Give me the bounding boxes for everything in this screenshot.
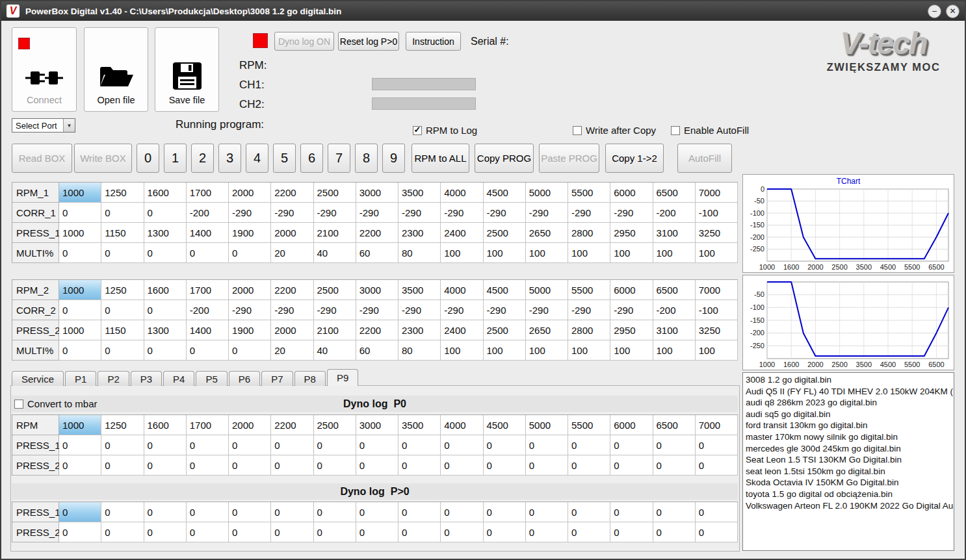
grid-cell[interactable]: 3500 bbox=[398, 280, 441, 300]
grid-cell[interactable]: -290 bbox=[314, 203, 356, 223]
grid-cell[interactable]: 40 bbox=[314, 243, 356, 263]
grid-cell[interactable]: 2200 bbox=[271, 280, 313, 300]
grid-cell[interactable]: 0 bbox=[144, 435, 187, 455]
grid-cell[interactable]: 0 bbox=[314, 455, 356, 476]
grid-cell[interactable]: 0 bbox=[653, 522, 696, 542]
grid-cell[interactable]: 1700 bbox=[187, 415, 229, 435]
grid-cell[interactable]: 2200 bbox=[271, 183, 313, 203]
minimize-button[interactable]: – bbox=[928, 5, 941, 18]
grid-cell[interactable]: 2300 bbox=[398, 320, 441, 340]
grid-cell[interactable]: 2950 bbox=[610, 320, 653, 340]
rpm-to-all-button[interactable]: RPM to ALL bbox=[411, 144, 469, 173]
grid-cell[interactable]: 0 bbox=[229, 340, 271, 361]
grid-cell[interactable]: -290 bbox=[356, 203, 398, 223]
grid-cell[interactable]: 4000 bbox=[441, 280, 483, 300]
grid-cell[interactable]: 0 bbox=[229, 502, 271, 522]
grid-cell[interactable]: 0 bbox=[653, 502, 696, 522]
grid-cell[interactable]: 6000 bbox=[610, 280, 653, 300]
grid-cell[interactable]: 0 bbox=[229, 522, 271, 542]
grid-cell[interactable]: 7000 bbox=[696, 183, 738, 203]
grid-cell[interactable]: 100 bbox=[526, 340, 568, 361]
grid-cell[interactable]: 6500 bbox=[653, 183, 696, 203]
grid-cell[interactable]: 2500 bbox=[314, 280, 356, 300]
grid-cell[interactable]: 100 bbox=[653, 340, 696, 361]
grid-cell[interactable]: 5000 bbox=[526, 183, 568, 203]
enable-autofill-checkbox[interactable]: ✓ Enable AutoFill bbox=[671, 125, 749, 136]
grid-cell[interactable]: 3000 bbox=[356, 280, 398, 300]
digit-button-2[interactable]: 2 bbox=[191, 144, 214, 173]
grid-cell[interactable]: 1300 bbox=[144, 223, 187, 243]
grid-cell[interactable]: 2200 bbox=[356, 320, 398, 340]
grid-cell[interactable]: -290 bbox=[610, 300, 653, 320]
grid-cell[interactable]: 0 bbox=[314, 522, 356, 542]
digit-button-1[interactable]: 1 bbox=[164, 144, 187, 173]
grid-cell[interactable]: -200 bbox=[187, 203, 229, 223]
grid-cell[interactable]: 100 bbox=[610, 243, 653, 263]
grid-cell[interactable]: 0 bbox=[101, 435, 144, 455]
grid-cell[interactable]: 2100 bbox=[314, 320, 356, 340]
grid-cell[interactable]: 0 bbox=[187, 243, 229, 263]
grid-cell[interactable]: 100 bbox=[696, 243, 738, 263]
grid-cell[interactable]: 0 bbox=[526, 435, 568, 455]
grid-cell[interactable]: 2200 bbox=[356, 223, 398, 243]
grid-cell[interactable]: 6000 bbox=[610, 183, 653, 203]
grid-cell[interactable]: 6500 bbox=[653, 280, 696, 300]
digit-button-8[interactable]: 8 bbox=[355, 144, 378, 173]
grid-cell[interactable]: 1900 bbox=[229, 223, 271, 243]
grid-cell[interactable]: 0 bbox=[526, 522, 568, 542]
close-button[interactable]: ✕ bbox=[946, 5, 959, 18]
digit-button-3[interactable]: 3 bbox=[218, 144, 241, 173]
grid-cell[interactable]: 2950 bbox=[610, 223, 653, 243]
grid-cell[interactable]: 100 bbox=[484, 340, 526, 361]
grid-cell[interactable]: 2100 bbox=[314, 223, 356, 243]
grid-cell[interactable]: 100 bbox=[696, 340, 738, 361]
grid-cell[interactable]: 1000 bbox=[59, 280, 101, 300]
grid-cell[interactable]: 1000 bbox=[59, 223, 101, 243]
grid-cell[interactable]: 0 bbox=[59, 455, 101, 476]
file-list-item[interactable]: audi sq5 go digital.bin bbox=[743, 409, 954, 420]
file-list-item[interactable]: 3008 1.2 go digital.bin bbox=[743, 374, 954, 386]
grid-cell[interactable]: -290 bbox=[271, 203, 313, 223]
write-box-button[interactable]: Write BOX bbox=[74, 144, 132, 173]
grid-cell[interactable]: 4000 bbox=[441, 183, 483, 203]
grid-cell[interactable]: 0 bbox=[696, 502, 738, 522]
grid-cell[interactable]: 0 bbox=[271, 455, 313, 476]
grid-cell[interactable]: 1000 bbox=[59, 183, 101, 203]
grid-cell[interactable]: 1300 bbox=[144, 320, 187, 340]
grid-cell[interactable]: 1150 bbox=[101, 320, 144, 340]
grid-cell[interactable]: 100 bbox=[568, 340, 610, 361]
grid-cell[interactable]: 0 bbox=[314, 502, 356, 522]
grid-cell[interactable]: 0 bbox=[610, 435, 653, 455]
grid-cell[interactable]: 0 bbox=[101, 502, 144, 522]
grid-cell[interactable]: 0 bbox=[144, 522, 187, 542]
grid-cell[interactable]: 40 bbox=[314, 340, 356, 361]
grid-cell[interactable]: 1250 bbox=[101, 280, 144, 300]
file-list-item[interactable]: Seat Leon 1.5 TSI 130KM Go Digital.bin bbox=[743, 454, 954, 466]
grid-cell[interactable]: 2000 bbox=[271, 223, 313, 243]
grid-cell[interactable]: 0 bbox=[144, 203, 187, 223]
grid-cell[interactable]: 0 bbox=[526, 455, 568, 476]
grid-cell[interactable]: 0 bbox=[398, 455, 441, 476]
grid-cell[interactable]: 1900 bbox=[229, 320, 271, 340]
grid-cell[interactable]: 0 bbox=[653, 435, 696, 455]
grid-cell[interactable]: -290 bbox=[526, 300, 568, 320]
grid-cell[interactable]: 0 bbox=[271, 522, 313, 542]
grid-cell[interactable]: 2500 bbox=[314, 183, 356, 203]
grid-cell[interactable]: -290 bbox=[229, 203, 271, 223]
tab-service[interactable]: Service bbox=[12, 371, 64, 386]
autofill-button[interactable]: AutoFill bbox=[677, 144, 732, 173]
grid-cell[interactable]: 0 bbox=[610, 522, 653, 542]
grid-cell[interactable]: 0 bbox=[229, 243, 271, 263]
grid-cell[interactable]: 0 bbox=[526, 502, 568, 522]
grid-cell[interactable]: 0 bbox=[441, 455, 483, 476]
grid-cell[interactable]: 100 bbox=[526, 243, 568, 263]
grid-cell[interactable]: 2000 bbox=[271, 320, 313, 340]
grid-cell[interactable]: 4500 bbox=[484, 415, 526, 435]
grid-cell[interactable]: 5500 bbox=[568, 183, 610, 203]
grid-cell[interactable]: 2500 bbox=[484, 320, 526, 340]
grid-cell[interactable]: 3000 bbox=[356, 415, 398, 435]
file-list-item[interactable]: master 170km nowy silnik go digital.bin bbox=[743, 431, 954, 443]
grid-cell[interactable]: -290 bbox=[356, 300, 398, 320]
grid-cell[interactable]: -290 bbox=[441, 300, 483, 320]
grid-cell[interactable]: 20 bbox=[271, 340, 313, 361]
